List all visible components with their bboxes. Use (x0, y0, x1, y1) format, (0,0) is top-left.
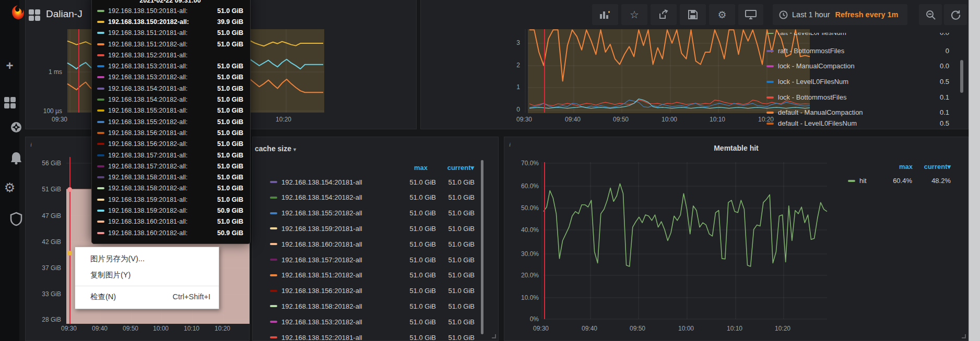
column-header-max[interactable]: max (881, 163, 913, 170)
series-color-swatch (766, 65, 774, 67)
menu-item-label: 检查(N) (90, 289, 116, 305)
share-icon-button[interactable] (651, 4, 677, 25)
column-header-current[interactable]: current▾ (435, 164, 474, 172)
legend-series-label[interactable]: lock - ManualCompaction (778, 62, 918, 70)
panel-resize-handle[interactable] (962, 334, 966, 338)
tooltip-timestamp: 2021-02-22 09:31:00 (97, 0, 243, 5)
menu-divider (75, 286, 219, 286)
tooltip-series-value: 51.0 GiB (217, 196, 243, 203)
table-row[interactable]: 192.168.138.158:20182-all 51.0 GiB 51.0 … (270, 301, 475, 311)
max-value: 51.0 GiB (405, 287, 436, 295)
table-row[interactable]: 192.168.138.151:20182-all 51.0 GiB 51.0 … (270, 270, 475, 281)
dashboards-icon[interactable] (0, 95, 19, 108)
legend-series-value: 0 (918, 47, 949, 55)
series-color-swatch (97, 176, 104, 178)
y-axis-tick: 56 GiB (32, 160, 61, 167)
panel-title[interactable]: cache size ▾ (255, 144, 296, 153)
series-label[interactable]: 192.168.138.156:20182-all (281, 287, 405, 295)
tooltip-series-label: 192.168.138.157:20182-all: (108, 163, 217, 170)
star-icon-button[interactable]: ☆ (621, 4, 647, 25)
max-value: 51.0 GiB (405, 225, 436, 233)
cycle-view-monitor-icon-button[interactable] (738, 4, 763, 25)
table-row[interactable]: 192.168.138.155:20182-all 51.0 GiB 51.0 … (270, 208, 475, 218)
series-label[interactable]: 192.168.138.159:20181-all (281, 225, 405, 233)
table-row[interactable]: 192.168.138.153:20182-all 51.0 GiB 51.0 … (270, 316, 475, 327)
context-menu-item[interactable]: 检查(N)Ctrl+Shift+I (75, 289, 219, 305)
legend-row[interactable]: raft - LevelL0FilesNum 0.0 (766, 33, 949, 36)
table-scrollbar[interactable] (481, 160, 483, 334)
dashboard-title[interactable]: Dalian-J (46, 8, 82, 20)
series-color-swatch (270, 197, 277, 199)
legend-row[interactable]: lock - ManualCompaction 0.0 (766, 62, 949, 70)
series-label[interactable]: 192.168.138.158:20182-all (281, 302, 405, 310)
series-label[interactable]: 192.168.138.151:20182-all (281, 271, 405, 279)
series-label[interactable]: 192.168.138.153:20182-all (281, 318, 405, 326)
table-row[interactable]: 192.168.138.157:20182-all 51.0 GiB 51.0 … (270, 254, 475, 265)
legend-row[interactable]: lock - BottommostFiles 0.1 (766, 93, 949, 101)
settings-gear-icon-button[interactable]: ⚙ (709, 4, 735, 25)
series-label[interactable]: 192.168.138.152:20181-all (281, 334, 405, 341)
grafana-dashboard: 1 ms100 µs09:3010:20 321009:3009:4009:50… (0, 0, 980, 341)
crosshair-cursor (544, 29, 545, 113)
y-axis-tick: 1 (504, 83, 520, 91)
x-axis-tick: 10:20 (215, 325, 230, 332)
legend-row[interactable]: default - ManualCompaction 0.1 (766, 108, 949, 116)
series-label[interactable]: 192.168.138.154:20182-all (281, 193, 405, 201)
panel-title[interactable]: Memtable hit (504, 144, 968, 152)
table-row[interactable]: 192.168.138.152:20181-all 51.0 GiB 51.0 … (270, 332, 475, 341)
series-label[interactable]: 192.168.138.154:20181-all (281, 178, 405, 186)
legend-series-label[interactable]: raft - LevelL0FilesNum (778, 33, 918, 36)
table-row[interactable]: 192.168.138.156:20182-all 51.0 GiB 51.0 … (270, 286, 475, 296)
legend-series-label[interactable]: default - ManualCompaction (778, 108, 918, 116)
series-color-swatch (270, 305, 277, 307)
x-axis-tick: 09:30 (61, 325, 77, 332)
y-axis-tick: 0% (512, 315, 539, 323)
time-range-picker[interactable]: Last 1 hour Refresh every 1m (773, 4, 907, 25)
tooltip-series-row: 192.168.138.159:20182-all: 50.9 GiB (97, 205, 243, 216)
series-color-swatch (766, 81, 774, 83)
sort-caret-icon: ▾ (947, 163, 951, 170)
series-label[interactable]: 192.168.138.157:20182-all (281, 256, 405, 264)
zoom-out-icon-button[interactable] (919, 4, 942, 25)
table-row[interactable]: 192.168.138.154:20181-all 51.0 GiB 51.0 … (270, 177, 475, 187)
panel-menu-caret-icon[interactable]: ▾ (293, 147, 296, 152)
table-row[interactable]: 192.168.138.159:20181-all 51.0 GiB 51.0 … (270, 223, 475, 234)
legend-series-label[interactable]: lock - LevelL0FilesNum (778, 78, 918, 86)
series-color-swatch (270, 274, 277, 276)
tooltip-series-value: 51.0 GiB (217, 140, 243, 148)
tooltip-series-row: 192.168.138.153:20181-all: 51.0 GiB (97, 60, 243, 71)
legend-row[interactable]: default - LevelL0FilesNum 0.5 (766, 119, 949, 127)
series-color-swatch (270, 212, 277, 214)
tooltip-series-value: 51.0 GiB (217, 152, 243, 159)
configuration-gear-icon[interactable]: ⚙ (0, 180, 19, 195)
apps-grid-icon[interactable] (29, 9, 40, 21)
tooltip-series-value: 50.9 GiB (217, 207, 243, 214)
page-scrollbar[interactable] (969, 0, 980, 341)
legend-series-label[interactable]: lock - BottommostFiles (778, 93, 918, 101)
context-menu-item[interactable]: 复制图片(Y) (75, 267, 219, 283)
refresh-interval-label: Refresh every 1m (835, 10, 899, 19)
panel-resize-handle[interactable] (492, 334, 496, 338)
refresh-icon-button[interactable] (944, 4, 967, 25)
table-row[interactable]: 192.168.138.154:20182-all 51.0 GiB 51.0 … (270, 192, 475, 203)
legend-series-label[interactable]: default - LevelL0FilesNum (778, 119, 918, 127)
panel-info-icon[interactable]: i (30, 141, 32, 148)
save-icon-button[interactable] (680, 4, 706, 25)
series-label[interactable]: 192.168.138.160:20181-all (281, 240, 405, 248)
legend-row[interactable]: hit 60.4% 48.2% (848, 177, 951, 185)
column-header-current[interactable]: current▾ (912, 163, 951, 170)
context-menu-item[interactable]: 图片另存为(V)... (75, 251, 219, 267)
column-header-max[interactable]: max (396, 164, 428, 172)
legend-row[interactable]: raft - BottommostFiles 0 (766, 47, 949, 55)
legend-series-label[interactable]: raft - BottommostFiles (778, 47, 918, 55)
series-label[interactable]: 192.168.138.155:20182-all (281, 209, 405, 217)
add-panel-button[interactable] (592, 4, 618, 25)
legend-series-label[interactable]: hit (859, 177, 882, 185)
legend-row[interactable]: lock - LevelL0FilesNum 0.5 (766, 78, 949, 86)
legend-scrollbar[interactable] (960, 60, 963, 93)
create-plus-icon[interactable]: + (0, 58, 19, 73)
series-color-swatch (270, 259, 277, 261)
panel-info-icon[interactable]: i (509, 141, 511, 148)
y-axis-tick: 47 GiB (32, 212, 61, 220)
table-row[interactable]: 192.168.138.160:20181-all 51.0 GiB 51.0 … (270, 239, 475, 249)
